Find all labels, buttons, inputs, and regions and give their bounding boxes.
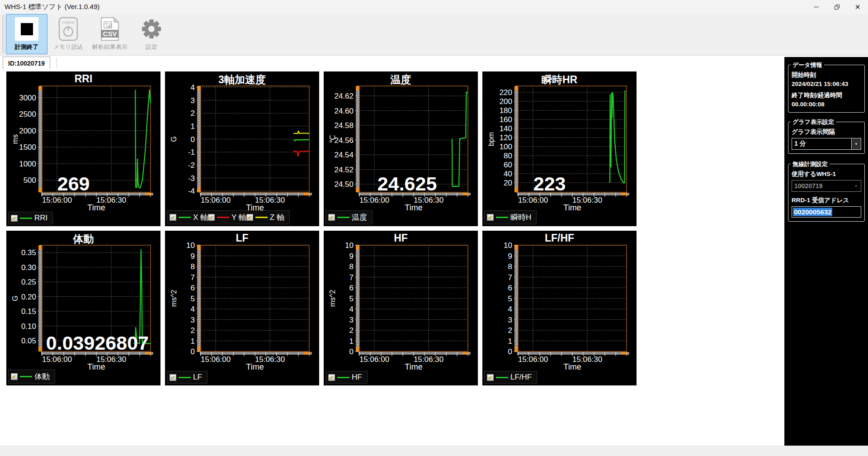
analysis-result-button[interactable]: CSV 解析結果表示: [89, 14, 131, 54]
svg-text:3: 3: [508, 316, 512, 324]
svg-text:24.52: 24.52: [334, 166, 354, 174]
legend-entry: ✔Z 軸: [246, 212, 284, 223]
svg-text:ms^2: ms^2: [329, 290, 336, 307]
svg-text:Time: Time: [405, 362, 422, 371]
svg-text:6: 6: [508, 284, 512, 292]
wireless-settings-group: 無線計測設定 使用するWHS-1 10020719 ▼ RRD-1 受信アドレス…: [788, 164, 865, 222]
svg-text:8: 8: [508, 262, 512, 271]
tab-row: ID:10020719: [0, 56, 784, 70]
svg-text:20: 20: [504, 179, 512, 187]
toolbar-gripper[interactable]: [2, 15, 4, 53]
settings-button[interactable]: 設定: [131, 14, 172, 54]
svg-text:4: 4: [349, 305, 354, 314]
chart-title: LF: [165, 232, 319, 244]
svg-text:ms^2: ms^2: [170, 290, 178, 307]
chart-legend: ✔HF: [326, 371, 368, 384]
chart-plot-area: 24.6224.6024.5824.5624.5424.5224.5015:06…: [324, 71, 478, 226]
graph-display-group: グラフ表示設定 グラフ表示間隔 1 分 ▼: [788, 122, 865, 154]
toolbar: 計測終了 myBeat メモリ読込 CSV: [0, 14, 868, 56]
toolbar-button-label: メモリ読込: [53, 43, 83, 51]
legend-entry: ✔X 軸: [170, 212, 208, 223]
rrd-address-value: 0020005632: [793, 208, 832, 216]
legend-checkbox[interactable]: ✔: [487, 374, 494, 381]
group-title: データ情報: [791, 61, 824, 69]
svg-text:200: 200: [500, 97, 512, 106]
svg-text:G: G: [170, 136, 178, 142]
legend-label: 瞬時H: [510, 212, 531, 223]
memory-read-button[interactable]: myBeat メモリ読込: [47, 14, 89, 54]
chart-title: 3軸加速度: [165, 73, 319, 87]
svg-text:60: 60: [504, 161, 512, 169]
chevron-down-icon[interactable]: ▼: [851, 138, 861, 149]
legend-entry: ✔体動: [11, 371, 50, 382]
svg-text:24.60: 24.60: [334, 107, 354, 115]
rrd-address-input[interactable]: 0020005632: [792, 206, 861, 218]
legend-label: HF: [352, 373, 362, 382]
svg-text:4: 4: [508, 305, 512, 314]
svg-text:9: 9: [349, 252, 354, 261]
close-button[interactable]: ×: [847, 0, 868, 14]
legend-checkbox[interactable]: ✔: [328, 374, 335, 381]
chart-title: 体動: [6, 232, 160, 246]
legend-checkbox[interactable]: ✔: [11, 215, 18, 222]
chart-5: 体動0.350.300.250.200.150.100.0515:06:0015…: [6, 231, 160, 385]
legend-checkbox[interactable]: ✔: [170, 374, 176, 381]
graph-interval-value: 1 分: [792, 140, 851, 148]
restore-button[interactable]: [826, 0, 847, 14]
minimize-button[interactable]: [806, 0, 826, 14]
end-time-label: 終了時刻/経過時間: [792, 91, 861, 100]
svg-text:Time: Time: [563, 203, 581, 212]
legend-checkbox[interactable]: ✔: [246, 214, 253, 221]
legend-checkbox[interactable]: ✔: [170, 214, 176, 221]
svg-text:1: 1: [191, 122, 195, 131]
svg-text:-3: -3: [188, 174, 195, 183]
svg-text:160: 160: [500, 115, 512, 124]
svg-text:15:06:00: 15:06:00: [359, 355, 389, 364]
chart-title: HF: [324, 232, 478, 244]
legend-checkbox[interactable]: ✔: [487, 214, 494, 221]
svg-text:24.58: 24.58: [334, 121, 354, 130]
legend-checkbox[interactable]: ✔: [328, 214, 335, 221]
svg-text:Time: Time: [563, 362, 581, 371]
start-time-label: 開始時刻: [792, 71, 861, 79]
chart-title: 温度: [324, 73, 478, 87]
svg-text:Time: Time: [87, 362, 105, 371]
chart-legend: ✔温度: [326, 210, 373, 224]
svg-text:7: 7: [508, 273, 512, 282]
svg-text:24.50: 24.50: [334, 180, 354, 189]
legend-label: 温度: [352, 212, 367, 223]
legend-checkbox[interactable]: ✔: [11, 373, 18, 380]
svg-text:0.15: 0.15: [21, 307, 36, 316]
svg-text:2: 2: [349, 326, 354, 335]
svg-text:24.62: 24.62: [334, 92, 354, 100]
svg-text:G: G: [11, 295, 19, 301]
svg-text:0.05: 0.05: [21, 337, 36, 345]
legend-checkbox[interactable]: ✔: [208, 214, 215, 221]
legend-entry: ✔Y 軸: [208, 212, 246, 223]
svg-text:CSV: CSV: [103, 30, 117, 38]
svg-text:269: 269: [57, 173, 90, 195]
svg-text:24.625: 24.625: [377, 173, 437, 195]
tab-id[interactable]: ID:10020719: [3, 57, 50, 69]
toolbar-button-label: 解析結果表示: [92, 43, 127, 51]
legend-entry: ✔瞬時H: [487, 212, 531, 223]
svg-text:15:06:00: 15:06:00: [518, 196, 548, 204]
legend-entry: ✔LF: [170, 373, 202, 382]
svg-text:0: 0: [191, 135, 195, 144]
chart-title: LF/HF: [482, 232, 637, 244]
svg-text:0: 0: [508, 347, 512, 356]
chart-legend: ✔RRI: [8, 212, 53, 224]
legend-label: 体動: [34, 371, 50, 382]
chart-3: 温度24.6224.6024.5824.5624.5424.5224.5015:…: [324, 71, 478, 226]
svg-text:7: 7: [191, 273, 195, 282]
graph-interval-label: グラフ表示間隔: [792, 128, 861, 136]
legend-color-line: [217, 217, 229, 218]
chart-plot-area: 0.350.300.250.200.150.100.0515:06:0015:0…: [6, 231, 160, 385]
svg-text:1500: 1500: [19, 143, 36, 152]
svg-text:500: 500: [24, 176, 36, 185]
graph-interval-select[interactable]: 1 分 ▼: [792, 138, 861, 150]
stop-measurement-button[interactable]: 計測終了: [6, 14, 47, 54]
svg-text:223: 223: [533, 173, 566, 195]
svg-text:6: 6: [191, 284, 195, 292]
svg-text:Time: Time: [87, 203, 105, 212]
